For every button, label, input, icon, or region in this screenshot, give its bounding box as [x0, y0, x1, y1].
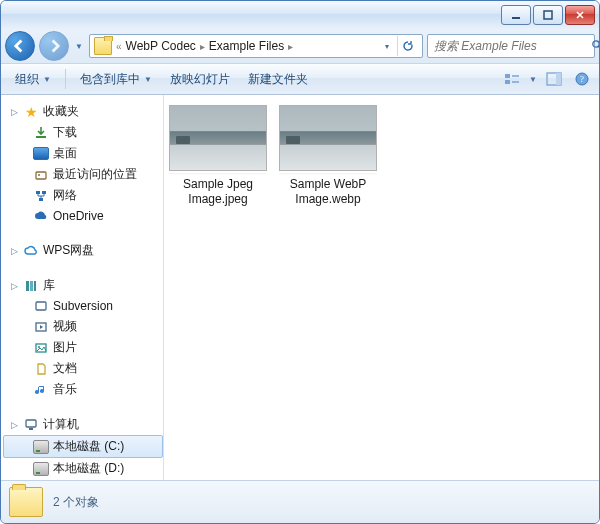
video-icon — [33, 319, 49, 335]
twisty-icon[interactable]: ▷ — [9, 246, 19, 256]
include-in-library-menu[interactable]: 包含到库中 ▼ — [72, 67, 160, 92]
svg-rect-1 — [544, 11, 552, 19]
search-input[interactable] — [432, 38, 587, 54]
include-label: 包含到库中 — [80, 71, 140, 88]
maximize-button[interactable] — [533, 5, 563, 25]
svg-rect-4 — [505, 74, 510, 78]
file-item[interactable]: Sample WebP Image.webp — [278, 105, 378, 207]
sidebar-item-downloads[interactable]: 下载 — [3, 122, 163, 143]
svg-rect-19 — [30, 281, 33, 291]
sidebar-item-label: 图片 — [53, 339, 77, 356]
svg-text:?: ? — [580, 74, 584, 84]
svg-rect-18 — [26, 281, 29, 291]
preview-pane-button[interactable] — [543, 68, 565, 90]
file-item[interactable]: Sample Jpeg Image.jpeg — [168, 105, 268, 207]
file-name: Sample WebP Image.webp — [278, 177, 378, 207]
search-box[interactable] — [427, 34, 595, 58]
sidebar-item-drive-c[interactable]: 本地磁盘 (C:) — [3, 435, 163, 458]
back-button[interactable] — [5, 31, 35, 61]
explorer-window: ▼ « WebP Codec ▸ Example Files ▸ ▾ — [0, 0, 600, 524]
sidebar-item-videos[interactable]: 视频 — [3, 316, 163, 337]
chevron-down-icon: ▼ — [43, 75, 51, 84]
slideshow-label: 放映幻灯片 — [170, 71, 230, 88]
history-dropdown[interactable]: ▼ — [73, 36, 85, 56]
organize-menu[interactable]: 组织 ▼ — [7, 67, 59, 92]
libraries-label: 库 — [43, 277, 55, 294]
desktop-icon — [33, 146, 49, 162]
separator — [65, 69, 66, 89]
thumbnail — [279, 105, 377, 171]
breadcrumb-overflow[interactable]: « — [116, 41, 122, 52]
details-pane: 2 个对象 — [1, 480, 599, 523]
svg-rect-25 — [26, 420, 36, 427]
sidebar-item-label: 下载 — [53, 124, 77, 141]
libraries-group[interactable]: ▷ 库 — [3, 275, 163, 296]
subversion-icon — [33, 298, 49, 314]
favorites-group[interactable]: ▷ ★ 收藏夹 — [3, 101, 163, 122]
chevron-right-icon[interactable]: ▸ — [288, 41, 293, 52]
drive-icon — [33, 461, 49, 477]
sidebar-item-recent[interactable]: 最近访问的位置 — [3, 164, 163, 185]
minimize-button[interactable] — [501, 5, 531, 25]
search-icon — [591, 39, 600, 54]
network-icon — [33, 188, 49, 204]
sidebar-item-label: 音乐 — [53, 381, 77, 398]
twisty-icon[interactable]: ▷ — [9, 420, 19, 430]
breadcrumb[interactable]: « WebP Codec ▸ Example Files ▸ — [116, 39, 293, 53]
view-dropdown[interactable]: ▼ — [529, 75, 537, 84]
svg-rect-17 — [39, 198, 43, 201]
computer-icon — [23, 417, 39, 433]
svg-point-2 — [593, 40, 599, 46]
sidebar-item-onedrive[interactable]: OneDrive — [3, 206, 163, 226]
address-bar[interactable]: « WebP Codec ▸ Example Files ▸ ▾ — [89, 34, 423, 58]
help-button[interactable]: ? — [571, 68, 593, 90]
star-icon: ★ — [23, 104, 39, 120]
nav-bar: ▼ « WebP Codec ▸ Example Files ▸ ▾ — [1, 29, 599, 63]
breadcrumb-segment[interactable]: WebP Codec — [126, 39, 196, 53]
status-text: 2 个对象 — [53, 494, 99, 511]
address-dropdown[interactable]: ▾ — [381, 36, 393, 56]
sidebar-item-desktop[interactable]: 桌面 — [3, 143, 163, 164]
svg-rect-16 — [42, 191, 46, 194]
cloud-icon — [23, 243, 39, 259]
new-folder-button[interactable]: 新建文件夹 — [240, 67, 316, 92]
folder-icon — [94, 37, 112, 55]
breadcrumb-segment[interactable]: Example Files — [209, 39, 284, 53]
close-button[interactable] — [565, 5, 595, 25]
wps-group[interactable]: ▷ WPS网盘 — [3, 240, 163, 261]
svg-rect-15 — [36, 191, 40, 194]
svg-rect-26 — [29, 428, 33, 430]
sidebar-item-network[interactable]: 网络 — [3, 185, 163, 206]
svg-rect-0 — [512, 17, 520, 19]
view-options-button[interactable] — [501, 68, 523, 90]
wps-label: WPS网盘 — [43, 242, 94, 259]
navigation-pane[interactable]: ▷ ★ 收藏夹 下载 桌面 最 — [1, 95, 164, 480]
svg-rect-20 — [34, 281, 36, 291]
svg-rect-13 — [36, 172, 46, 179]
chevron-down-icon: ▼ — [144, 75, 152, 84]
sidebar-item-drive-d[interactable]: 本地磁盘 (D:) — [3, 458, 163, 479]
file-name: Sample Jpeg Image.jpeg — [168, 177, 268, 207]
chevron-right-icon[interactable]: ▸ — [200, 41, 205, 52]
content-pane[interactable]: Sample Jpeg Image.jpeg Sample WebP Image… — [164, 95, 599, 480]
sidebar-item-pictures[interactable]: 图片 — [3, 337, 163, 358]
sidebar-item-label: 视频 — [53, 318, 77, 335]
thumbnail — [169, 105, 267, 171]
sidebar-item-music[interactable]: 音乐 — [3, 379, 163, 400]
sidebar-item-label: Subversion — [53, 299, 113, 313]
sidebar-item-label: 最近访问的位置 — [53, 166, 137, 183]
refresh-button[interactable] — [397, 36, 418, 56]
sidebar-item-label: 本地磁盘 (C:) — [53, 438, 124, 455]
forward-button[interactable] — [39, 31, 69, 61]
new-folder-label: 新建文件夹 — [248, 71, 308, 88]
computer-group[interactable]: ▷ 计算机 — [3, 414, 163, 435]
twisty-icon[interactable]: ▷ — [9, 281, 19, 291]
sidebar-item-label: 本地磁盘 (D:) — [53, 460, 124, 477]
pictures-icon — [33, 340, 49, 356]
sidebar-item-subversion[interactable]: Subversion — [3, 296, 163, 316]
twisty-icon[interactable]: ▷ — [9, 107, 19, 117]
sidebar-item-documents[interactable]: 文档 — [3, 358, 163, 379]
svg-rect-21 — [36, 302, 46, 310]
slideshow-button[interactable]: 放映幻灯片 — [162, 67, 238, 92]
title-bar[interactable] — [1, 1, 599, 29]
